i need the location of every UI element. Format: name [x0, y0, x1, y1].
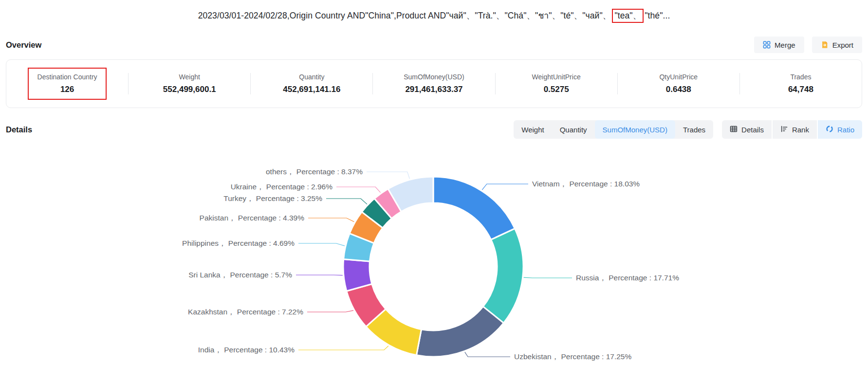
- stat-qty-unit-price: QtyUnitPrice 0.6438: [618, 73, 739, 94]
- overview-heading: Overview: [6, 40, 41, 50]
- label-line-kazakhstan: [307, 311, 353, 312]
- stat-value: 552,499,600.1: [129, 85, 250, 94]
- label-line-ukraine: [336, 187, 381, 193]
- pie-label-india: India， Percentage : 10.43%: [198, 346, 295, 354]
- ratio-chart-area: Vietnam， Percentage : 18.03%Russia， Perc…: [0, 131, 868, 366]
- pie-label-sri-lanka: Sri Lanka， Percentage : 5.7%: [188, 271, 292, 279]
- label-line-philippines: [298, 243, 345, 246]
- label-line-pakistan: [308, 218, 354, 222]
- stat-value: 291,461,633.37: [373, 85, 495, 94]
- stat-weight: Weight 552,499,600.1: [129, 73, 250, 94]
- stat-value: 126: [6, 85, 128, 94]
- stat-label: SumOfMoney(USD): [373, 73, 495, 81]
- label-line-russia: [524, 277, 572, 278]
- stat-weight-unit-price: WeightUnitPrice 0.5275: [496, 73, 617, 94]
- overview-row: Overview Merge: [6, 36, 862, 54]
- pie-label-vietnam: Vietnam， Percentage : 18.03%: [532, 180, 640, 188]
- label-line-india: [298, 346, 388, 350]
- pie-slice-vietnam[interactable]: [433, 177, 515, 239]
- export-button[interactable]: Export: [812, 37, 862, 53]
- export-icon: [821, 41, 829, 49]
- label-line-turkey: [326, 199, 367, 204]
- pie-label-pakistan: Pakistan， Percentage : 4.39%: [200, 214, 305, 222]
- pie-label-philippines: Philippines， Percentage : 4.69%: [182, 239, 295, 247]
- pie-label-others: others， Percentage : 8.37%: [266, 167, 363, 176]
- pie-slice-russia[interactable]: [483, 229, 523, 323]
- stat-quantity: Quantity 452,691,141.16: [251, 73, 372, 94]
- stat-destination-country: Destination Country 126: [6, 73, 128, 94]
- pie-slice-uzbekistan[interactable]: [416, 307, 503, 357]
- stat-highlight-box: [28, 68, 107, 100]
- stat-value: 0.5275: [496, 85, 617, 94]
- stat-label: Destination Country: [6, 73, 128, 81]
- label-line-others: [367, 172, 409, 179]
- stat-value: 452,691,141.16: [251, 85, 372, 94]
- stat-value: 0.6438: [618, 85, 739, 94]
- stat-value: 64,748: [740, 85, 862, 94]
- stat-trades: Trades 64,748: [740, 73, 862, 94]
- merge-icon: [763, 41, 771, 49]
- pie-label-kazakhstan: Kazakhstan， Percentage : 7.22%: [188, 308, 303, 316]
- query-title: 2023/03/01-2024/02/28,Origin Country AND…: [0, 9, 868, 23]
- title-highlight-text: "tea"、: [614, 11, 641, 20]
- stat-label: QtyUnitPrice: [618, 73, 739, 81]
- stat-label: Weight: [129, 73, 250, 81]
- pie-label-turkey: Turkey， Percentage : 3.25%: [223, 194, 322, 202]
- query-title-suffix: "thé"...: [645, 11, 670, 20]
- page: 2023/03/01-2024/02/28,Origin Country AND…: [0, 0, 868, 366]
- overview-stats-card: Destination Country 126 Weight 552,499,6…: [6, 59, 862, 108]
- export-button-label: Export: [832, 41, 853, 49]
- label-line-sri-lanka: [296, 275, 343, 275]
- label-line-uzbekistan: [465, 352, 510, 357]
- merge-button-label: Merge: [775, 41, 795, 49]
- query-title-prefix: 2023/03/01-2024/02/28,Origin Country AND…: [198, 11, 611, 20]
- title-highlight-box: "tea"、: [612, 9, 644, 23]
- stat-sum-of-money: SumOfMoney(USD) 291,461,633.37: [373, 73, 495, 94]
- merge-button[interactable]: Merge: [754, 37, 804, 53]
- top-buttons: Merge Export: [754, 37, 862, 53]
- stat-label: WeightUnitPrice: [496, 73, 617, 81]
- stat-label: Quantity: [251, 73, 372, 81]
- ratio-donut-chart: Vietnam， Percentage : 18.03%Russia， Perc…: [0, 131, 868, 366]
- pie-label-russia: Russia， Percentage : 17.71%: [576, 274, 679, 282]
- label-line-vietnam: [482, 184, 528, 190]
- stat-label: Trades: [740, 73, 862, 81]
- pie-label-ukraine: Ukraine， Percentage : 2.96%: [231, 183, 333, 191]
- pie-label-uzbekistan: Uzbekistan， Percentage : 17.25%: [514, 352, 631, 361]
